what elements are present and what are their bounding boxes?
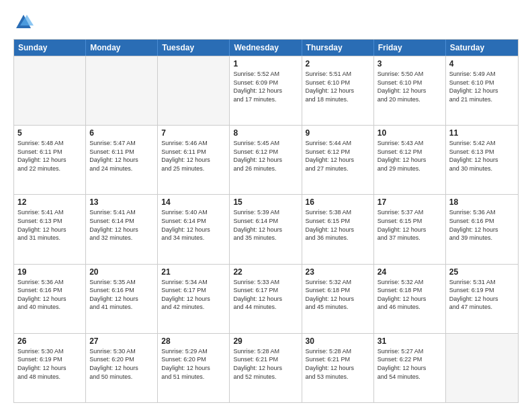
day-info: Sunrise: 5:50 AM Sunset: 6:10 PM Dayligh… xyxy=(378,70,442,103)
day-info: Sunrise: 5:40 AM Sunset: 6:14 PM Dayligh… xyxy=(161,208,226,242)
day-number: 22 xyxy=(233,267,298,277)
day-number: 18 xyxy=(449,197,515,207)
day-number: 10 xyxy=(378,128,442,138)
calendar-cell: 11Sunrise: 5:42 AM Sunset: 6:13 PM Dayli… xyxy=(446,126,518,194)
day-number: 13 xyxy=(89,197,154,207)
calendar-cell: 25Sunrise: 5:31 AM Sunset: 6:19 PM Dayli… xyxy=(446,265,518,333)
day-number: 16 xyxy=(306,197,370,207)
day-info: Sunrise: 5:45 AM Sunset: 6:12 PM Dayligh… xyxy=(233,139,298,173)
day-info: Sunrise: 5:38 AM Sunset: 6:15 PM Dayligh… xyxy=(306,208,370,242)
calendar-cell xyxy=(158,56,230,125)
calendar-cell: 12Sunrise: 5:41 AM Sunset: 6:13 PM Dayli… xyxy=(14,195,86,263)
header-day-monday: Monday xyxy=(86,40,158,56)
day-number: 6 xyxy=(89,128,154,138)
day-number: 17 xyxy=(378,197,442,207)
calendar-row-4: 26Sunrise: 5:30 AM Sunset: 6:19 PM Dayli… xyxy=(14,333,518,402)
day-number: 28 xyxy=(161,336,226,346)
day-number: 20 xyxy=(89,267,154,277)
day-info: Sunrise: 5:29 AM Sunset: 6:20 PM Dayligh… xyxy=(161,347,226,381)
day-info: Sunrise: 5:41 AM Sunset: 6:14 PM Dayligh… xyxy=(89,208,154,242)
calendar: SundayMondayTuesdayWednesdayThursdayFrid… xyxy=(13,39,519,403)
calendar-cell: 20Sunrise: 5:35 AM Sunset: 6:16 PM Dayli… xyxy=(86,265,158,333)
calendar-cell: 2Sunrise: 5:51 AM Sunset: 6:10 PM Daylig… xyxy=(302,56,374,125)
calendar-cell: 1Sunrise: 5:52 AM Sunset: 6:09 PM Daylig… xyxy=(230,56,302,125)
calendar-cell: 13Sunrise: 5:41 AM Sunset: 6:14 PM Dayli… xyxy=(86,195,158,263)
calendar-cell: 31Sunrise: 5:27 AM Sunset: 6:22 PM Dayli… xyxy=(374,334,446,402)
logo xyxy=(13,12,36,32)
day-info: Sunrise: 5:42 AM Sunset: 6:13 PM Dayligh… xyxy=(449,139,515,173)
calendar-cell: 14Sunrise: 5:40 AM Sunset: 6:14 PM Dayli… xyxy=(158,195,230,263)
day-info: Sunrise: 5:52 AM Sunset: 6:09 PM Dayligh… xyxy=(233,70,298,103)
day-number: 26 xyxy=(17,336,82,346)
calendar-cell: 4Sunrise: 5:49 AM Sunset: 6:10 PM Daylig… xyxy=(446,56,518,125)
day-number: 12 xyxy=(17,197,82,207)
calendar-row-2: 12Sunrise: 5:41 AM Sunset: 6:13 PM Dayli… xyxy=(14,194,518,263)
day-number: 11 xyxy=(449,128,515,138)
calendar-cell: 27Sunrise: 5:30 AM Sunset: 6:20 PM Dayli… xyxy=(86,334,158,402)
day-info: Sunrise: 5:46 AM Sunset: 6:11 PM Dayligh… xyxy=(161,139,226,173)
calendar-cell: 28Sunrise: 5:29 AM Sunset: 6:20 PM Dayli… xyxy=(158,334,230,402)
day-info: Sunrise: 5:31 AM Sunset: 6:19 PM Dayligh… xyxy=(449,278,515,312)
day-number: 8 xyxy=(233,128,298,138)
header-day-sunday: Sunday xyxy=(14,40,86,56)
calendar-cell: 3Sunrise: 5:50 AM Sunset: 6:10 PM Daylig… xyxy=(374,56,446,125)
day-info: Sunrise: 5:36 AM Sunset: 6:16 PM Dayligh… xyxy=(17,278,82,312)
calendar-cell: 16Sunrise: 5:38 AM Sunset: 6:15 PM Dayli… xyxy=(302,195,374,263)
day-number: 29 xyxy=(233,336,298,346)
calendar-row-0: 1Sunrise: 5:52 AM Sunset: 6:09 PM Daylig… xyxy=(14,56,518,125)
page: SundayMondayTuesdayWednesdayThursdayFrid… xyxy=(0,0,532,411)
day-number: 15 xyxy=(233,197,298,207)
calendar-cell: 18Sunrise: 5:36 AM Sunset: 6:16 PM Dayli… xyxy=(446,195,518,263)
calendar-cell: 26Sunrise: 5:30 AM Sunset: 6:19 PM Dayli… xyxy=(14,334,86,402)
day-number: 2 xyxy=(306,59,370,68)
calendar-cell: 19Sunrise: 5:36 AM Sunset: 6:16 PM Dayli… xyxy=(14,265,86,333)
day-number: 9 xyxy=(306,128,370,138)
calendar-cell: 6Sunrise: 5:47 AM Sunset: 6:11 PM Daylig… xyxy=(86,126,158,194)
day-info: Sunrise: 5:34 AM Sunset: 6:17 PM Dayligh… xyxy=(161,278,226,312)
calendar-cell xyxy=(446,334,518,402)
day-info: Sunrise: 5:32 AM Sunset: 6:18 PM Dayligh… xyxy=(306,278,370,312)
day-info: Sunrise: 5:44 AM Sunset: 6:12 PM Dayligh… xyxy=(306,139,370,173)
day-info: Sunrise: 5:37 AM Sunset: 6:15 PM Dayligh… xyxy=(378,208,442,242)
day-info: Sunrise: 5:30 AM Sunset: 6:19 PM Dayligh… xyxy=(17,347,82,381)
day-info: Sunrise: 5:35 AM Sunset: 6:16 PM Dayligh… xyxy=(89,278,154,312)
day-number: 25 xyxy=(449,267,515,277)
calendar-cell xyxy=(86,56,158,125)
day-info: Sunrise: 5:28 AM Sunset: 6:21 PM Dayligh… xyxy=(306,347,370,381)
day-info: Sunrise: 5:30 AM Sunset: 6:20 PM Dayligh… xyxy=(89,347,154,381)
calendar-cell: 22Sunrise: 5:33 AM Sunset: 6:17 PM Dayli… xyxy=(230,265,302,333)
day-number: 7 xyxy=(161,128,226,138)
day-info: Sunrise: 5:47 AM Sunset: 6:11 PM Dayligh… xyxy=(89,139,154,173)
header-day-saturday: Saturday xyxy=(446,40,518,56)
day-number: 27 xyxy=(89,336,154,346)
header-day-friday: Friday xyxy=(374,40,446,56)
day-number: 3 xyxy=(378,59,442,68)
day-info: Sunrise: 5:49 AM Sunset: 6:10 PM Dayligh… xyxy=(449,70,515,103)
calendar-cell: 24Sunrise: 5:32 AM Sunset: 6:18 PM Dayli… xyxy=(374,265,446,333)
calendar-cell: 5Sunrise: 5:48 AM Sunset: 6:11 PM Daylig… xyxy=(14,126,86,194)
day-info: Sunrise: 5:28 AM Sunset: 6:21 PM Dayligh… xyxy=(233,347,298,381)
day-info: Sunrise: 5:41 AM Sunset: 6:13 PM Dayligh… xyxy=(17,208,82,242)
day-info: Sunrise: 5:51 AM Sunset: 6:10 PM Dayligh… xyxy=(306,70,370,103)
calendar-row-1: 5Sunrise: 5:48 AM Sunset: 6:11 PM Daylig… xyxy=(14,125,518,194)
day-number: 4 xyxy=(449,59,515,68)
calendar-cell: 21Sunrise: 5:34 AM Sunset: 6:17 PM Dayli… xyxy=(158,265,230,333)
header-day-thursday: Thursday xyxy=(302,40,374,56)
day-info: Sunrise: 5:43 AM Sunset: 6:12 PM Dayligh… xyxy=(378,139,442,173)
day-info: Sunrise: 5:33 AM Sunset: 6:17 PM Dayligh… xyxy=(233,278,298,312)
calendar-cell: 29Sunrise: 5:28 AM Sunset: 6:21 PM Dayli… xyxy=(230,334,302,402)
day-info: Sunrise: 5:39 AM Sunset: 6:14 PM Dayligh… xyxy=(233,208,298,242)
header-day-tuesday: Tuesday xyxy=(158,40,230,56)
calendar-body: 1Sunrise: 5:52 AM Sunset: 6:09 PM Daylig… xyxy=(14,56,518,402)
day-number: 1 xyxy=(233,59,298,68)
day-number: 31 xyxy=(378,336,442,346)
header xyxy=(13,12,519,32)
calendar-cell: 7Sunrise: 5:46 AM Sunset: 6:11 PM Daylig… xyxy=(158,126,230,194)
logo-icon xyxy=(13,12,34,32)
day-number: 5 xyxy=(17,128,82,138)
calendar-cell: 17Sunrise: 5:37 AM Sunset: 6:15 PM Dayli… xyxy=(374,195,446,263)
calendar-cell: 30Sunrise: 5:28 AM Sunset: 6:21 PM Dayli… xyxy=(302,334,374,402)
calendar-cell xyxy=(14,56,86,125)
calendar-cell: 15Sunrise: 5:39 AM Sunset: 6:14 PM Dayli… xyxy=(230,195,302,263)
day-info: Sunrise: 5:36 AM Sunset: 6:16 PM Dayligh… xyxy=(449,208,515,242)
